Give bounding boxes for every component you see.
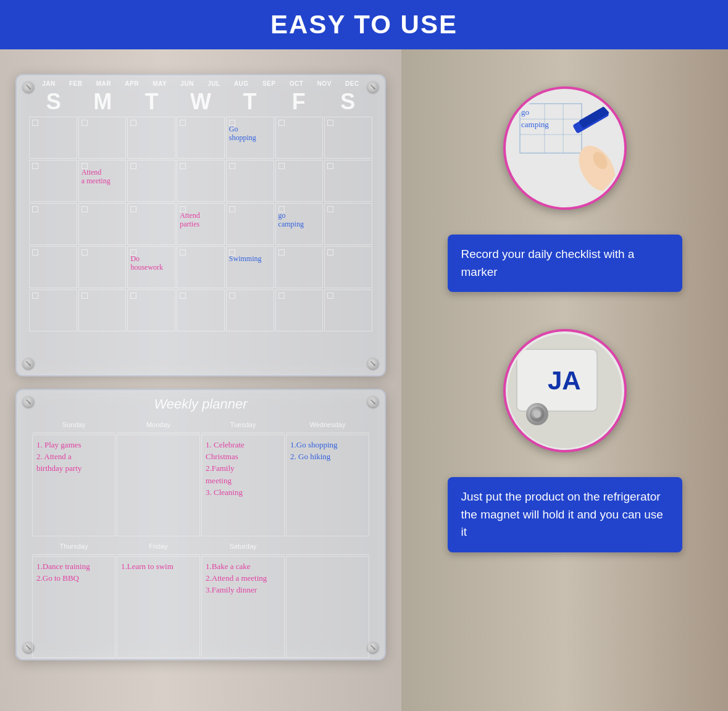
- month-apr: APR: [125, 80, 139, 87]
- wk-header-sun: Sunday: [32, 416, 115, 433]
- cal-cell-r2c2: Attenda meeting: [78, 160, 127, 202]
- wk-entry-sat: 1.Bake a cake2.Attend a meeting3.Family …: [206, 562, 267, 594]
- magnet-scene: JA: [508, 334, 622, 448]
- day-mon: M: [78, 89, 127, 114]
- cal-cell-r1c6: [275, 117, 324, 159]
- cal-cell-r4c4: [177, 246, 225, 288]
- wk-header-wed: Wednesday: [286, 416, 369, 433]
- wk-entry-thu: 1.Dance training2.Go to BBQ: [36, 562, 90, 583]
- left-panel: JAN FEB MAR APR MAY JUN JUL AUG SEP OCT …: [0, 49, 401, 711]
- cal-cell-r3c2: [78, 203, 127, 245]
- cal-cell-r5c6: [275, 289, 324, 331]
- cal-cell-r3c4: Attendparties: [177, 203, 225, 245]
- main-content: JAN FEB MAR APR MAY JUN JUL AUG SEP OCT …: [0, 49, 728, 711]
- wk-entry-wed: 1.Go shopping2. Go hiking: [290, 440, 338, 461]
- info-label-marker: Record your daily checklist with a marke…: [448, 235, 682, 292]
- day-wed: W: [176, 89, 225, 114]
- screw-bottom-right: [367, 358, 379, 369]
- cal-cell-r5c4: [177, 289, 225, 331]
- cal-cell-r5c1: [29, 289, 77, 331]
- cal-cell-r3c5: [226, 203, 274, 245]
- cal-cell-r5c5: [226, 289, 274, 331]
- weekly-planner-board: Weekly planner Sunday Monday Tuesday Wed…: [15, 389, 386, 660]
- cal-cell-r2c3: [127, 160, 175, 202]
- marker-scene: go camping: [508, 91, 622, 206]
- wk-cell-empty: [286, 556, 369, 658]
- wk-header-mon: Monday: [117, 416, 200, 433]
- month-jan: JAN: [42, 80, 56, 87]
- info-label-magnet-text: Just put the product on the refrigerator…: [461, 490, 663, 538]
- cal-cell-r3c6: gocamping: [275, 203, 324, 245]
- magnet-scene-svg: JA: [508, 334, 622, 448]
- wk-cell-mon: [117, 434, 200, 536]
- cal-cell-r2c1: [29, 160, 77, 202]
- svg-text:camping: camping: [521, 120, 549, 129]
- cal-cell-r1c5: Goshopping: [226, 117, 274, 159]
- wk-entry-sun: 1. Play games2. Attend abirthday party: [36, 440, 82, 473]
- cal-cell-r4c1: [29, 246, 77, 288]
- wk-cell-sat: 1.Bake a cake2.Attend a meeting3.Family …: [201, 556, 285, 658]
- wk-cell-thu: 1.Dance training2.Go to BBQ: [32, 556, 115, 658]
- month-may: MAY: [153, 80, 167, 87]
- svg-text:JA: JA: [548, 366, 581, 395]
- cal-cell-r2c6: [275, 160, 324, 202]
- day-thu: T: [225, 89, 274, 114]
- info-label-magnet: Just put the product on the refrigerator…: [448, 477, 682, 552]
- month-labels: JAN FEB MAR APR MAY JUN JUL AUG SEP OCT …: [17, 75, 385, 89]
- wk-cell-sun: 1. Play games2. Attend abirthday party: [32, 434, 115, 536]
- day-sun: S: [29, 89, 78, 114]
- cal-cell-r4c7: [324, 246, 372, 288]
- cal-cell-r1c2: [78, 117, 127, 159]
- cal-cell-r4c5: Swimming: [226, 246, 274, 288]
- wk-header-empty: [286, 538, 369, 555]
- wk-cell-tue: 1. CelebrateChristmas2.Familymeeting3. C…: [201, 434, 285, 536]
- cal-cell-r5c3: [127, 289, 175, 331]
- month-dec: DEC: [345, 80, 359, 87]
- cal-cell-r4c2: [78, 246, 127, 288]
- cal-cell-r2c5: [226, 160, 274, 202]
- cal-cell-r2c7: [324, 160, 372, 202]
- screw-top-left: [23, 81, 34, 93]
- month-feb: FEB: [69, 80, 83, 87]
- screw-wk-top-right: [367, 396, 379, 407]
- cal-cell-r4c6: [275, 246, 324, 288]
- wk-entry-fri: 1.Learn to swim: [121, 562, 174, 571]
- cal-cell-r5c2: [78, 289, 127, 331]
- marker-circle-image: go camping: [503, 86, 627, 210]
- month-aug: AUG: [234, 80, 249, 87]
- cal-cell-r3c7: [324, 203, 372, 245]
- info-label-marker-text: Record your daily checklist with a marke…: [461, 247, 635, 278]
- calendar-grid: Goshopping Attenda meeting Attendparties…: [17, 117, 385, 339]
- page-title: EASY TO USE: [270, 10, 458, 40]
- calendar-day-headers: S M T W T F S: [17, 89, 385, 114]
- cal-cell-r2c4: [177, 160, 225, 202]
- weekly-title: Weekly planner: [17, 390, 385, 416]
- cal-cell-r3c1: [29, 203, 77, 245]
- cal-cell-r1c7: [324, 117, 372, 159]
- screw-bottom-left: [23, 358, 34, 369]
- cal-cell-r5c7: [324, 289, 372, 331]
- wk-entry-tue: 1. CelebrateChristmas2.Familymeeting3. C…: [206, 440, 245, 497]
- day-fri: F: [274, 89, 323, 114]
- wk-header-thu: Thursday: [32, 538, 115, 555]
- day-sat: S: [324, 89, 372, 114]
- screw-top-right: [367, 81, 379, 93]
- cal-cell-r1c1: [29, 117, 77, 159]
- month-mar: MAR: [96, 80, 111, 87]
- weekly-grid: Sunday Monday Tuesday Wednesday 1. Play …: [17, 416, 385, 657]
- wk-header-sat: Saturday: [201, 538, 285, 555]
- wk-cell-fri: 1.Learn to swim: [117, 556, 200, 658]
- month-jun: JUN: [180, 80, 194, 87]
- month-oct: OCT: [290, 80, 304, 87]
- day-tue: T: [127, 89, 176, 114]
- screw-wk-top-left: [23, 396, 34, 407]
- cal-cell-r4c3: Dohousework: [127, 246, 175, 288]
- wk-header-tue: Tuesday: [201, 416, 285, 433]
- monthly-calendar-board: JAN FEB MAR APR MAY JUN JUL AUG SEP OCT …: [15, 74, 386, 376]
- magnet-circle-image: JA: [503, 329, 627, 452]
- cal-cell-r1c3: [127, 117, 175, 159]
- marker-scene-svg: go camping: [508, 91, 622, 206]
- wk-header-fri: Friday: [117, 538, 200, 555]
- right-panel: go camping Record your daily checklist w…: [401, 49, 728, 711]
- month-jul: JUL: [207, 80, 220, 87]
